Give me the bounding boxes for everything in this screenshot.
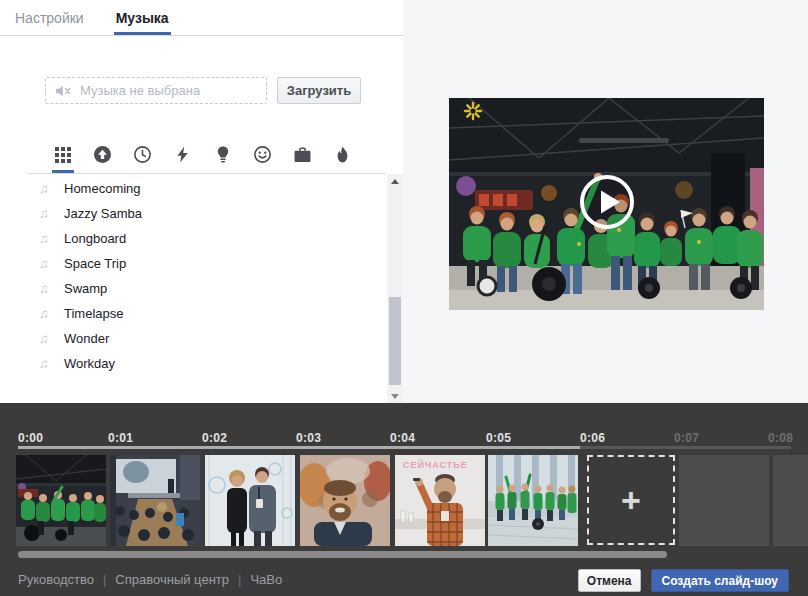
briefcase-icon: [294, 147, 311, 163]
music-note-icon: ♫: [39, 281, 55, 296]
play-icon: [579, 174, 635, 230]
track-label: Workday: [64, 356, 115, 371]
category-recent-button[interactable]: [134, 146, 151, 163]
cancel-button[interactable]: Отмена: [578, 569, 641, 592]
track-item-jazzy-samba[interactable]: ♫ Jazzy Samba: [28, 201, 383, 226]
timeline-ruler-filled: [18, 446, 580, 449]
track-item-longboard[interactable]: ♫ Longboard: [28, 226, 383, 251]
slide-photo-caption: СЕЙЧАСТЬЕ: [403, 460, 468, 470]
scrollbar-thumb[interactable]: [389, 297, 401, 385]
track-item-wonder[interactable]: ♫ Wonder: [28, 326, 383, 351]
slideshow-creator-dialog: Настройки Музыка Музыка не выбрана Загру…: [0, 0, 808, 596]
help-center-link[interactable]: Справочный центр: [115, 572, 229, 587]
category-business-button[interactable]: [294, 146, 311, 163]
music-note-icon: ♫: [39, 356, 55, 371]
link-separator: |: [238, 572, 241, 587]
tab-settings[interactable]: Настройки: [15, 0, 84, 35]
timeline-tick: 0:08: [768, 431, 793, 445]
track-label: Wonder: [64, 331, 109, 346]
tabbar: Настройки Музыка: [0, 0, 403, 36]
track-item-swamp[interactable]: ♫ Swamp: [28, 276, 383, 301]
music-note-icon: ♫: [39, 206, 55, 221]
timeline-tick: 0:00: [18, 431, 43, 445]
track-label: Longboard: [64, 231, 126, 246]
link-separator: |: [103, 572, 106, 587]
add-slide-button[interactable]: +: [587, 455, 675, 545]
timeline-tick: 0:04: [390, 431, 415, 445]
timeline: 0:00 0:01 0:02 0:03 0:04 0:05 0:06 0:07 …: [0, 403, 808, 596]
category-library-button[interactable]: [54, 146, 71, 163]
category-energetic-button[interactable]: [174, 146, 191, 163]
music-category-row: [54, 146, 351, 163]
tab-music[interactable]: Музыка: [114, 0, 171, 35]
preview-panel: [403, 0, 808, 403]
slide-thumbnail-5[interactable]: СЕЙЧАСТЬЕ: [395, 455, 485, 546]
scroll-down-arrow[interactable]: [387, 389, 403, 403]
track-label: Jazzy Samba: [64, 206, 142, 221]
track-item-space-trip[interactable]: ♫ Space Trip: [28, 251, 383, 276]
slide-thumbnail-2[interactable]: [110, 455, 200, 546]
arrow-up-circle-icon: [94, 146, 111, 163]
empty-slide-slot: [679, 455, 769, 546]
guide-link[interactable]: Руководство: [18, 572, 94, 587]
music-selection-field[interactable]: Музыка не выбрана: [45, 77, 267, 104]
track-item-homecoming[interactable]: ♫ Homecoming: [28, 176, 383, 201]
timeline-tick: 0:01: [108, 431, 133, 445]
selected-category-indicator: [52, 170, 74, 173]
scroll-up-arrow[interactable]: [387, 174, 403, 188]
category-top-charts-button[interactable]: [94, 146, 111, 163]
track-label: Space Trip: [64, 256, 126, 271]
bulb-icon: [217, 146, 229, 163]
category-fun-button[interactable]: [254, 146, 271, 163]
slide-thumbnail-3[interactable]: [205, 455, 295, 546]
music-note-icon: ♫: [39, 306, 55, 321]
music-settings-panel: Настройки Музыка Музыка не выбрана Загру…: [0, 0, 403, 403]
empty-slide-slot: [773, 455, 808, 546]
upload-music-button[interactable]: Загрузить: [277, 77, 361, 104]
footer-buttons: Отмена Создать слайд-шоу: [578, 569, 789, 592]
timeline-tick: 0:05: [486, 431, 511, 445]
timeline-tick: 0:07: [674, 431, 699, 445]
slide-thumbnail-1[interactable]: [16, 455, 106, 546]
flower-logo-icon: [463, 101, 483, 121]
music-note-icon: ♫: [39, 181, 55, 196]
list-divider: [28, 173, 386, 174]
slide-thumbnail-4[interactable]: [300, 455, 390, 546]
create-slideshow-button[interactable]: Создать слайд-шоу: [651, 569, 790, 592]
track-label: Homecoming: [64, 181, 141, 196]
clock-icon: [134, 146, 151, 163]
bolt-icon: [176, 146, 189, 163]
footer-links: Руководство | Справочный центр | ЧаВо: [18, 572, 282, 587]
timeline-ruler-empty: [580, 446, 791, 449]
timeline-tick: 0:02: [202, 431, 227, 445]
faq-link[interactable]: ЧаВо: [250, 572, 282, 587]
track-list: ♫ Homecoming ♫ Jazzy Samba ♫ Longboard ♫…: [28, 176, 383, 376]
music-placeholder: Музыка не выбрана: [80, 83, 200, 98]
timeline-scrollbar[interactable]: [18, 551, 667, 558]
track-item-workday[interactable]: ♫ Workday: [28, 351, 383, 376]
play-button[interactable]: [579, 174, 635, 230]
track-label: Swamp: [64, 281, 107, 296]
music-note-icon: ♫: [39, 231, 55, 246]
music-note-icon: ♫: [39, 331, 55, 346]
slide-thumbnail-6[interactable]: [488, 455, 578, 546]
flame-icon: [336, 146, 349, 163]
video-preview[interactable]: [449, 98, 764, 310]
grid-icon: [55, 147, 71, 163]
category-trending-button[interactable]: [334, 146, 351, 163]
track-item-timelapse[interactable]: ♫ Timelapse: [28, 301, 383, 326]
tracklist-scrollbar[interactable]: [387, 174, 403, 403]
music-note-icon: ♫: [39, 256, 55, 271]
timeline-tick: 0:06: [580, 431, 605, 445]
category-ideas-button[interactable]: [214, 146, 231, 163]
timeline-tick: 0:03: [296, 431, 321, 445]
plus-icon: +: [621, 483, 641, 517]
muted-speaker-icon: [56, 85, 71, 97]
smiley-icon: [254, 146, 271, 163]
track-label: Timelapse: [64, 306, 123, 321]
